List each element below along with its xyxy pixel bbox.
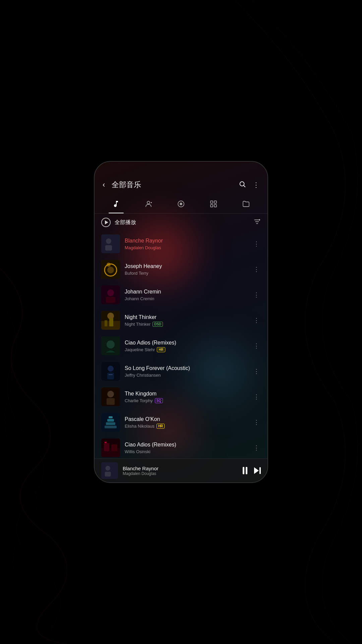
song-artist-row: Jaqueline Stehr HR bbox=[125, 347, 247, 352]
song-info: Night Thinker Night Thinker DSD bbox=[125, 314, 247, 327]
song-thumbnail bbox=[101, 311, 120, 330]
svg-point-7 bbox=[181, 204, 181, 204]
song-more-button[interactable]: ⋮ bbox=[252, 441, 261, 454]
now-playing-artist: Magdalen Douglas bbox=[123, 471, 238, 476]
svg-rect-8 bbox=[210, 201, 213, 203]
song-thumbnail bbox=[101, 234, 120, 253]
play-all-button[interactable] bbox=[101, 218, 111, 227]
song-info: Ciao Adios (Remixes) Jaqueline Stehr HR bbox=[125, 340, 247, 352]
grid-icon bbox=[209, 200, 218, 210]
play-triangle-icon bbox=[105, 220, 108, 224]
person-icon bbox=[144, 200, 153, 210]
song-item[interactable]: Ciao Adios (Remixes) Jaqueline Stehr HR … bbox=[95, 333, 267, 359]
song-more-button[interactable]: ⋮ bbox=[252, 416, 261, 429]
svg-rect-46 bbox=[111, 444, 117, 451]
song-item[interactable]: Blanche Raynor Magdalen Douglas ⋮ bbox=[95, 231, 267, 257]
filter-icon[interactable] bbox=[253, 218, 261, 227]
song-artist-row: Jeffry Christiansen bbox=[125, 373, 247, 378]
song-artist-row: Buford Terry bbox=[125, 271, 247, 276]
skip-triangle bbox=[254, 467, 259, 474]
svg-rect-47 bbox=[105, 442, 107, 443]
song-item[interactable]: So Long Forever (Acoustic) Jeffry Christ… bbox=[95, 359, 267, 384]
song-info: Pascale O'Kon Elisha Nikolaus HR bbox=[125, 416, 247, 429]
tab-folder[interactable] bbox=[237, 197, 255, 213]
song-thumbnail bbox=[101, 413, 120, 432]
skip-next-icon bbox=[254, 467, 261, 474]
svg-rect-45 bbox=[104, 443, 109, 451]
skip-next-button[interactable] bbox=[254, 467, 261, 474]
tab-songs[interactable] bbox=[107, 197, 125, 213]
song-artist: Jaqueline Stehr bbox=[125, 347, 155, 352]
tab-artists[interactable] bbox=[139, 197, 158, 213]
svg-rect-28 bbox=[105, 320, 107, 326]
song-list: Blanche Raynor Magdalen Douglas ⋮ Joseph… bbox=[95, 231, 267, 459]
tab-bar bbox=[95, 195, 267, 214]
song-item[interactable]: Pascale O'Kon Elisha Nikolaus HR ⋮ bbox=[95, 410, 267, 435]
now-playing-controls bbox=[243, 467, 261, 474]
music-note-icon bbox=[112, 200, 120, 210]
song-info: Joseph Heaney Buford Terry bbox=[125, 263, 247, 276]
folder-icon bbox=[242, 200, 250, 210]
song-artist-row: Elisha Nikolaus HR bbox=[125, 424, 247, 429]
song-artist: Elisha Nikolaus bbox=[125, 424, 155, 429]
now-playing-info: Blanche Raynor Magdalen Douglas bbox=[123, 466, 238, 476]
svg-rect-11 bbox=[214, 205, 217, 207]
song-title: So Long Forever (Acoustic) bbox=[125, 365, 247, 371]
svg-point-36 bbox=[107, 391, 114, 397]
song-item[interactable]: Joseph Heaney Buford Terry ⋮ bbox=[95, 257, 267, 282]
tab-albums[interactable] bbox=[172, 197, 190, 213]
song-artist-row: Night Thinker DSD bbox=[125, 322, 247, 327]
song-more-button[interactable]: ⋮ bbox=[252, 263, 261, 276]
song-artist-row: Magdalen Douglas bbox=[125, 245, 247, 250]
vinyl-icon bbox=[177, 200, 185, 210]
song-more-button[interactable]: ⋮ bbox=[252, 365, 261, 378]
song-title: Ciao Adios (Remixes) bbox=[125, 340, 247, 346]
svg-rect-50 bbox=[105, 472, 111, 477]
back-button[interactable]: ‹ bbox=[103, 179, 108, 191]
song-item[interactable]: Ciao Adios (Remixes) Willis Osinski ⋮ bbox=[95, 435, 267, 459]
song-info: Blanche Raynor Magdalen Douglas bbox=[125, 238, 247, 250]
song-thumbnail bbox=[101, 260, 120, 279]
svg-rect-37 bbox=[107, 398, 115, 405]
song-thumbnail bbox=[101, 336, 120, 355]
page-title: 全部音乐 bbox=[112, 180, 235, 190]
song-item[interactable]: The Kingdom Charlie Torphy SQ ⋮ bbox=[95, 384, 267, 410]
now-playing-bar[interactable]: Blanche Raynor Magdalen Douglas bbox=[95, 459, 267, 482]
song-item[interactable]: Johann Cremin Johann Cremin ⋮ bbox=[95, 282, 267, 308]
header: ‹ 全部音乐 ⋮ bbox=[95, 162, 267, 195]
svg-point-31 bbox=[107, 340, 115, 348]
svg-point-23 bbox=[107, 289, 114, 296]
song-thumbnail bbox=[101, 285, 120, 304]
more-menu-icon[interactable]: ⋮ bbox=[253, 181, 259, 189]
song-title: Joseph Heaney bbox=[125, 263, 247, 269]
play-all-label: 全部播放 bbox=[115, 219, 249, 226]
song-artist: Johann Cremin bbox=[125, 296, 154, 301]
song-thumbnail bbox=[101, 362, 120, 381]
song-thumbnail bbox=[101, 387, 120, 406]
song-item[interactable]: Night Thinker Night Thinker DSD ⋮ bbox=[95, 308, 267, 333]
svg-point-2 bbox=[147, 201, 150, 204]
svg-line-1 bbox=[244, 185, 245, 187]
song-artist-row: Johann Cremin bbox=[125, 296, 247, 301]
song-info: So Long Forever (Acoustic) Jeffry Christ… bbox=[125, 365, 247, 378]
search-icon[interactable] bbox=[239, 180, 246, 190]
svg-rect-42 bbox=[109, 416, 113, 418]
song-artist-row: Willis Osinski bbox=[125, 449, 247, 454]
now-playing-title: Blanche Raynor bbox=[123, 466, 238, 471]
song-more-button[interactable]: ⋮ bbox=[252, 237, 261, 250]
song-more-button[interactable]: ⋮ bbox=[252, 314, 261, 327]
song-artist: Jeffry Christiansen bbox=[125, 373, 161, 378]
song-artist: Buford Terry bbox=[125, 271, 148, 276]
song-title: Johann Cremin bbox=[125, 289, 247, 295]
song-artist: Magdalen Douglas bbox=[125, 245, 161, 250]
phone-frame: ‹ 全部音乐 ⋮ bbox=[94, 161, 268, 483]
song-more-button[interactable]: ⋮ bbox=[252, 339, 261, 352]
quality-badge: SQ bbox=[155, 398, 163, 403]
pause-bar-left bbox=[243, 467, 244, 474]
tab-grid[interactable] bbox=[204, 197, 223, 213]
song-more-button[interactable]: ⋮ bbox=[252, 390, 261, 403]
header-icons: ⋮ bbox=[239, 180, 259, 190]
song-artist: Willis Osinski bbox=[125, 449, 150, 454]
song-more-button[interactable]: ⋮ bbox=[252, 288, 261, 301]
pause-button[interactable] bbox=[243, 467, 247, 474]
